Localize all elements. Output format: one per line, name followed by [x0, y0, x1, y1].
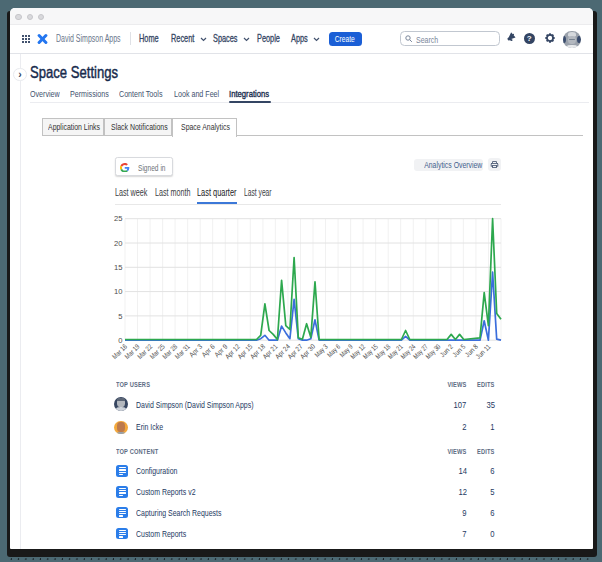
svg-text:Jun 11: Jun 11 [474, 343, 492, 361]
svg-text:Jun 5: Jun 5 [451, 343, 467, 359]
svg-text:15: 15 [114, 263, 122, 272]
svg-text:Jun 2: Jun 2 [439, 343, 455, 359]
svg-text:10: 10 [114, 287, 122, 296]
svg-text:20: 20 [114, 239, 122, 248]
svg-text:Mar 31: Mar 31 [174, 343, 192, 361]
svg-text:25: 25 [114, 214, 122, 223]
svg-text:5: 5 [118, 312, 122, 321]
